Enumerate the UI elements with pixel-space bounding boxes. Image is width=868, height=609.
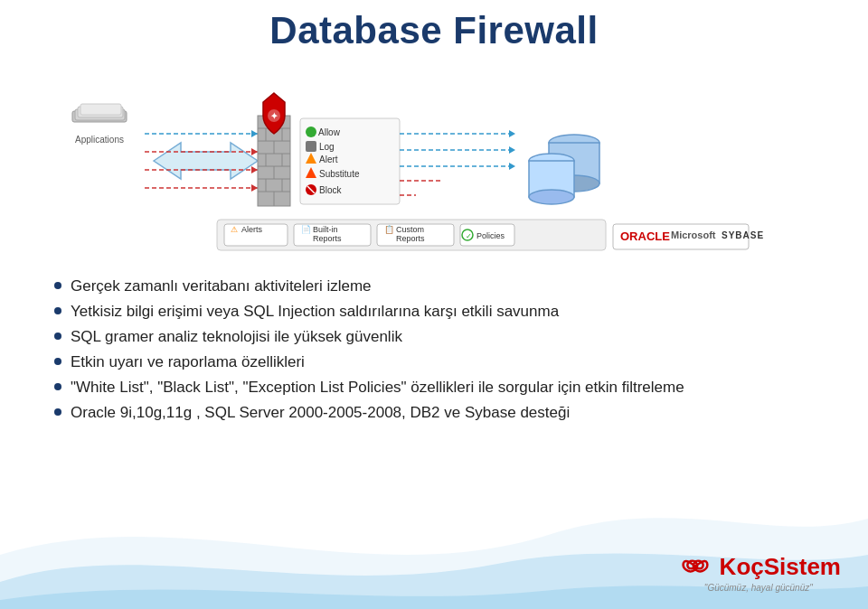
- list-item: "White List", "Black List", "Exception L…: [54, 378, 832, 398]
- svg-marker-48: [509, 146, 515, 154]
- svg-text:Allow: Allow: [318, 127, 341, 137]
- brand-name: KoçSistem: [720, 553, 841, 581]
- svg-marker-5: [154, 143, 258, 179]
- page-title: Database Firewall: [36, 9, 832, 52]
- svg-text:Reports: Reports: [313, 234, 342, 243]
- svg-text:Log: Log: [319, 142, 335, 152]
- diagram-area: Applications: [36, 61, 832, 260]
- list-item: Gerçek zamanlı veritabanı aktiviteleri i…: [54, 276, 832, 296]
- svg-text:📋: 📋: [384, 224, 395, 235]
- svg-text:✦: ✦: [270, 111, 278, 121]
- list-item: SQL gramer analiz teknolojisi ile yüksek…: [54, 327, 832, 347]
- svg-text:Alerts: Alerts: [241, 225, 263, 234]
- svg-text:📄: 📄: [301, 224, 312, 235]
- list-item: Etkin uyarı ve raporlama özellikleri: [54, 352, 832, 372]
- svg-text:Substitute: Substitute: [319, 169, 360, 179]
- svg-point-58: [529, 190, 574, 204]
- bullet-icon: [54, 282, 61, 289]
- svg-marker-9: [251, 148, 258, 155]
- svg-point-34: [306, 126, 316, 137]
- brand-tagline: "Gücümüz, hayal gücünüz": [676, 583, 841, 593]
- svg-text:⚠: ⚠: [231, 225, 238, 234]
- svg-marker-50: [509, 163, 515, 170]
- svg-text:Alert: Alert: [319, 155, 338, 164]
- svg-text:Reports: Reports: [396, 234, 425, 243]
- diagram-svg: Applications: [63, 66, 805, 256]
- svg-rect-3: [80, 104, 121, 115]
- bullet-icon: [54, 333, 61, 340]
- main-content: Database Firewall Applications: [0, 0, 868, 424]
- svg-marker-11: [251, 166, 258, 173]
- svg-text:✓: ✓: [466, 232, 472, 240]
- list-item: Oracle 9i,10g,11g , SQL Server 2000-2005…: [54, 403, 832, 423]
- svg-text:SYBASE: SYBASE: [722, 230, 764, 240]
- svg-text:Block: Block: [319, 185, 342, 195]
- svg-text:ORACLE: ORACLE: [620, 230, 670, 243]
- bullet-icon: [54, 307, 61, 314]
- svg-marker-13: [251, 184, 258, 192]
- svg-text:Policies: Policies: [476, 231, 505, 240]
- koc-swirl-icon: [676, 550, 714, 583]
- bullet-icon: [54, 358, 61, 365]
- svg-rect-36: [306, 141, 316, 152]
- svg-marker-7: [251, 130, 258, 137]
- svg-text:Custom: Custom: [396, 225, 424, 234]
- svg-marker-46: [509, 130, 515, 137]
- bullet-icon: [54, 383, 61, 390]
- bullet-list: Gerçek zamanlı veritabanı aktiviteleri i…: [36, 276, 832, 424]
- svg-text:Built-in: Built-in: [313, 225, 338, 234]
- list-item: Yetkisiz bilgi erişimi veya SQL Injectio…: [54, 302, 832, 322]
- svg-text:Microsoft: Microsoft: [671, 230, 716, 240]
- svg-text:Applications: Applications: [75, 135, 124, 145]
- koc-logo: KoçSistem "Gücümüz, hayal gücünüz": [676, 550, 841, 593]
- bullet-icon: [54, 408, 61, 416]
